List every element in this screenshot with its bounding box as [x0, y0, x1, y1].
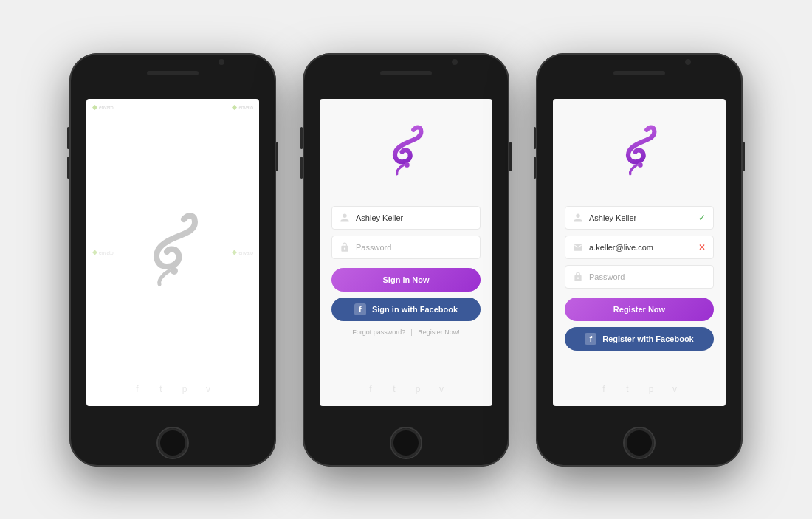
phone-speaker-2 — [380, 71, 432, 75]
social-icons-row-2: f t p v — [365, 384, 447, 394]
twitter-social-icon-2: t — [389, 384, 399, 394]
pinterest-social-icon-2: p — [413, 384, 423, 394]
facebook-social-icon-3: f — [599, 384, 609, 394]
vine-social-icon-2: v — [436, 384, 447, 394]
facebook-register-label: Register with Facebook — [602, 334, 693, 343]
twitter-social-icon-3: t — [622, 384, 633, 394]
home-button-2[interactable] — [390, 427, 422, 459]
power-button — [276, 142, 278, 171]
vol-down-button-3 — [534, 157, 536, 179]
svg-point-2 — [638, 162, 643, 168]
phone-screen-register: Ashley Keller ✓ a.keller@live.com ✕ Pass… — [553, 99, 726, 406]
power-button-3 — [743, 142, 745, 171]
svg-point-1 — [405, 162, 410, 168]
phone-camera-2 — [452, 59, 458, 65]
bottom-links: Forgot password? Register Now! — [352, 329, 460, 336]
phone-camera — [219, 59, 224, 65]
register-link[interactable]: Register Now! — [418, 329, 460, 336]
svg-point-0 — [171, 267, 178, 275]
register-logo — [614, 120, 664, 185]
register-password-field[interactable]: Password — [565, 265, 714, 289]
facebook-register-icon: f — [585, 333, 596, 345]
vol-up-button-2 — [300, 127, 303, 149]
pinterest-social-icon-3: p — [646, 384, 656, 394]
login-logo — [381, 120, 431, 185]
username-valid-icon: ✓ — [698, 213, 706, 223]
home-button-3[interactable] — [623, 427, 656, 459]
facebook-signin-button[interactable]: f Sign in with Facebook — [331, 298, 481, 321]
register-password-placeholder: Password — [589, 272, 706, 281]
phone-screen-splash: envato envato envato envato — [86, 99, 259, 406]
splash-screen: envato envato envato envato — [86, 99, 259, 406]
register-screen: Ashley Keller ✓ a.keller@live.com ✕ Pass… — [553, 99, 726, 406]
register-now-button[interactable]: Register Now — [565, 298, 714, 321]
facebook-social-icon: f — [132, 384, 142, 394]
envato-watermark-ml: envato — [92, 250, 114, 255]
facebook-register-button[interactable]: f Register with Facebook — [565, 327, 714, 351]
vine-social-icon: v — [203, 384, 213, 394]
social-icons-row-3: f t p v — [599, 384, 680, 394]
vol-down-button — [67, 157, 69, 179]
vol-down-button-2 — [300, 157, 303, 179]
username-input-field[interactable]: Ashley Keller — [331, 206, 481, 230]
vol-up-button — [67, 127, 69, 149]
username-value: Ashley Keller — [356, 213, 472, 222]
signin-button[interactable]: Sign in Now — [331, 268, 481, 292]
phone-login: Ashley Keller Password Sign in Now f Sig… — [303, 53, 509, 467]
register-email-value: a.keller@live.com — [589, 243, 692, 252]
password-placeholder: Password — [356, 243, 472, 252]
register-username-value: Ashley Keller — [589, 213, 692, 222]
phone-speaker-3 — [613, 71, 665, 75]
phone-register: Ashley Keller ✓ a.keller@live.com ✕ Pass… — [536, 53, 743, 467]
splash-logo — [136, 206, 210, 298]
vine-social-icon-3: v — [670, 384, 680, 394]
register-email-field[interactable]: a.keller@live.com ✕ — [565, 236, 714, 259]
envato-watermark-tl: envato — [92, 105, 114, 110]
social-icons-row: f t p v — [132, 384, 213, 394]
link-divider — [411, 329, 412, 336]
envato-watermark-mr: envato — [232, 250, 253, 255]
phone-splash: envato envato envato envato — [69, 53, 276, 467]
twitter-social-icon: t — [156, 384, 166, 394]
phone-speaker — [147, 71, 199, 75]
phone-camera-3 — [685, 59, 691, 65]
pinterest-social-icon: p — [179, 384, 190, 394]
facebook-social-icon-2: f — [365, 384, 376, 394]
home-button[interactable] — [156, 427, 189, 459]
register-username-field[interactable]: Ashley Keller ✓ — [565, 206, 714, 230]
password-input-field[interactable]: Password — [331, 236, 481, 259]
forgot-password-link[interactable]: Forgot password? — [352, 329, 405, 336]
login-screen: Ashley Keller Password Sign in Now f Sig… — [320, 99, 492, 406]
phone-screen-login: Ashley Keller Password Sign in Now f Sig… — [320, 99, 492, 406]
envato-watermark-tr: envato — [232, 105, 253, 110]
vol-up-button-3 — [534, 127, 536, 149]
facebook-icon: f — [354, 303, 366, 315]
email-invalid-icon: ✕ — [698, 242, 706, 252]
facebook-signin-label: Sign in with Facebook — [372, 305, 458, 314]
power-button-2 — [509, 142, 512, 171]
